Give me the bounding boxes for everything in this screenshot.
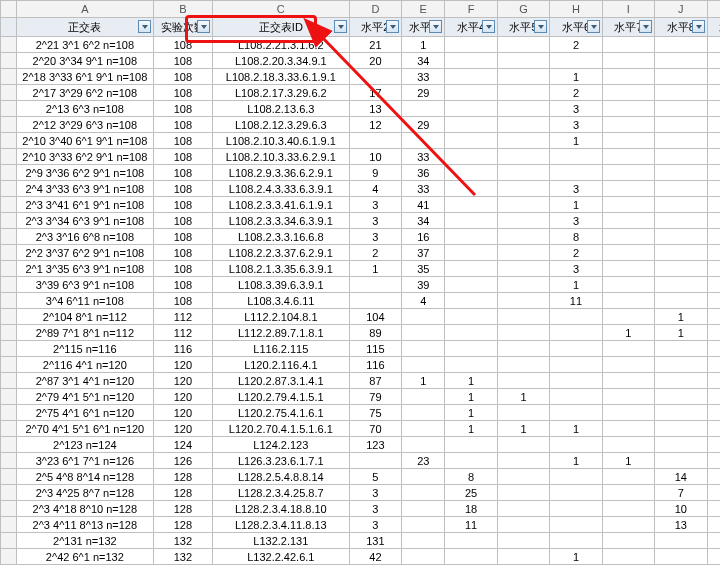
filter-header-A[interactable]: 正交表 <box>16 18 153 37</box>
cell-E[interactable] <box>402 421 445 437</box>
cell-I[interactable] <box>602 149 654 165</box>
col-header-A[interactable]: A <box>16 1 153 18</box>
cell-B[interactable]: 132 <box>153 533 212 549</box>
cell-I[interactable] <box>602 69 654 85</box>
cell-G[interactable] <box>497 533 549 549</box>
cell-J[interactable] <box>655 37 707 53</box>
cell-K[interactable] <box>707 469 720 485</box>
cell-A[interactable]: 2^10 3^40 6^1 9^1 n=108 <box>16 133 153 149</box>
row-header[interactable] <box>1 453 17 469</box>
cell-K[interactable] <box>707 357 720 373</box>
row-header[interactable] <box>1 309 17 325</box>
cell-C[interactable]: L132.2.131 <box>212 533 349 549</box>
row-header[interactable] <box>1 53 17 69</box>
cell-E[interactable]: 41 <box>402 197 445 213</box>
cell-H[interactable]: 1 <box>550 549 602 565</box>
cell-D[interactable]: 3 <box>349 213 401 229</box>
cell-C[interactable]: L128.2.3.4.18.8.10 <box>212 501 349 517</box>
cell-J[interactable] <box>655 437 707 453</box>
cell-D[interactable]: 70 <box>349 421 401 437</box>
cell-K[interactable] <box>707 341 720 357</box>
cell-B[interactable]: 108 <box>153 197 212 213</box>
cell-C[interactable]: L108.3.39.6.3.9.1 <box>212 277 349 293</box>
cell-E[interactable] <box>402 341 445 357</box>
cell-H[interactable] <box>550 149 602 165</box>
cell-H[interactable] <box>550 501 602 517</box>
cell-E[interactable]: 33 <box>402 149 445 165</box>
cell-A[interactable]: 2^18 3^33 6^1 9^1 n=108 <box>16 69 153 85</box>
cell-K[interactable] <box>707 501 720 517</box>
cell-D[interactable]: 5 <box>349 469 401 485</box>
cell-H[interactable]: 1 <box>550 69 602 85</box>
cell-G[interactable] <box>497 501 549 517</box>
cell-J[interactable] <box>655 117 707 133</box>
cell-K[interactable] <box>707 517 720 533</box>
cell-F[interactable]: 1 <box>445 389 497 405</box>
cell-G[interactable] <box>497 549 549 565</box>
cell-K[interactable] <box>707 181 720 197</box>
cell-K[interactable] <box>707 213 720 229</box>
cell-G[interactable] <box>497 405 549 421</box>
cell-B[interactable]: 128 <box>153 501 212 517</box>
cell-A[interactable]: 2^115 n=116 <box>16 341 153 357</box>
cell-K[interactable] <box>707 261 720 277</box>
cell-B[interactable]: 108 <box>153 245 212 261</box>
cell-A[interactable]: 2^79 4^1 5^1 n=120 <box>16 389 153 405</box>
cell-I[interactable] <box>602 517 654 533</box>
cell-G[interactable] <box>497 277 549 293</box>
cell-H[interactable]: 2 <box>550 37 602 53</box>
row-header[interactable] <box>1 341 17 357</box>
cell-H[interactable] <box>550 341 602 357</box>
cell-J[interactable] <box>655 373 707 389</box>
row-header[interactable] <box>1 229 17 245</box>
cell-A[interactable]: 2^3 4^11 8^13 n=128 <box>16 517 153 533</box>
filter-header-J[interactable]: 水平8 <box>655 18 707 37</box>
cell-I[interactable] <box>602 357 654 373</box>
cell-E[interactable] <box>402 549 445 565</box>
cell-J[interactable] <box>655 549 707 565</box>
cell-J[interactable] <box>655 133 707 149</box>
cell-H[interactable]: 1 <box>550 453 602 469</box>
cell-J[interactable] <box>655 357 707 373</box>
cell-B[interactable]: 108 <box>153 101 212 117</box>
cell-K[interactable] <box>707 197 720 213</box>
col-header-E[interactable]: E <box>402 1 445 18</box>
cell-D[interactable]: 12 <box>349 117 401 133</box>
cell-J[interactable]: 10 <box>655 501 707 517</box>
cell-F[interactable] <box>445 453 497 469</box>
cell-A[interactable]: 3^23 6^1 7^1 n=126 <box>16 453 153 469</box>
cell-G[interactable] <box>497 53 549 69</box>
cell-K[interactable] <box>707 533 720 549</box>
cell-G[interactable] <box>497 197 549 213</box>
cell-D[interactable]: 10 <box>349 149 401 165</box>
cell-H[interactable] <box>550 437 602 453</box>
cell-G[interactable] <box>497 229 549 245</box>
cell-K[interactable] <box>707 165 720 181</box>
cell-E[interactable] <box>402 405 445 421</box>
cell-C[interactable]: L108.2.18.3.33.6.1.9.1 <box>212 69 349 85</box>
cell-J[interactable] <box>655 149 707 165</box>
cell-I[interactable] <box>602 533 654 549</box>
filter-dropdown-icon[interactable] <box>334 20 347 33</box>
row-header-1[interactable] <box>1 18 17 37</box>
filter-dropdown-icon[interactable] <box>639 20 652 33</box>
cell-E[interactable]: 37 <box>402 245 445 261</box>
cell-G[interactable] <box>497 85 549 101</box>
cell-F[interactable]: 18 <box>445 501 497 517</box>
cell-D[interactable]: 3 <box>349 485 401 501</box>
cell-D[interactable]: 3 <box>349 501 401 517</box>
cell-K[interactable] <box>707 421 720 437</box>
cell-E[interactable]: 34 <box>402 53 445 69</box>
cell-E[interactable]: 4 <box>402 293 445 309</box>
cell-I[interactable] <box>602 85 654 101</box>
cell-F[interactable] <box>445 533 497 549</box>
cell-G[interactable] <box>497 101 549 117</box>
cell-E[interactable]: 35 <box>402 261 445 277</box>
cell-B[interactable]: 112 <box>153 325 212 341</box>
cell-B[interactable]: 108 <box>153 53 212 69</box>
filter-header-E[interactable]: 水平3 <box>402 18 445 37</box>
cell-J[interactable] <box>655 389 707 405</box>
cell-D[interactable]: 17 <box>349 85 401 101</box>
cell-E[interactable] <box>402 469 445 485</box>
cell-A[interactable]: 2^3 3^34 6^3 9^1 n=108 <box>16 213 153 229</box>
